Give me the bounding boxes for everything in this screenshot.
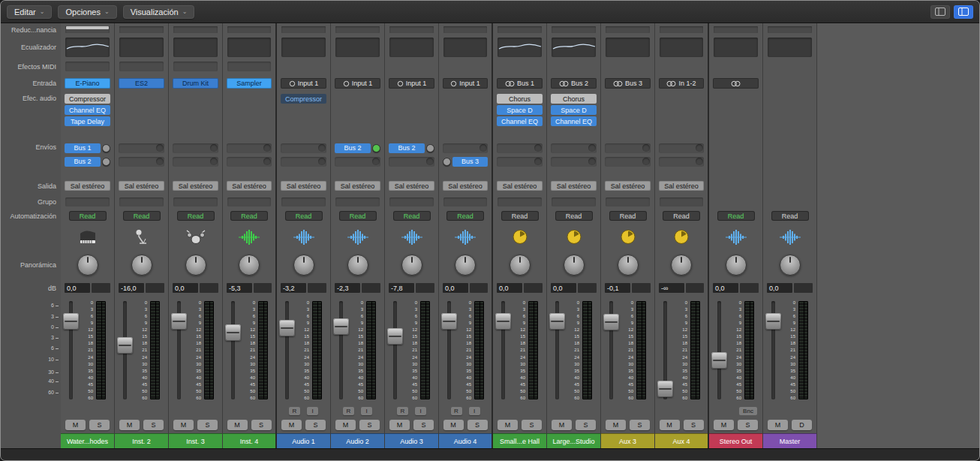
send-slot[interactable] bbox=[551, 157, 597, 167]
channel-name[interactable]: Water...hodes bbox=[61, 433, 114, 448]
aux-icon[interactable] bbox=[547, 224, 600, 250]
send-slot[interactable]: Bus 3 bbox=[452, 157, 488, 167]
send-slot[interactable] bbox=[497, 143, 543, 153]
channel-name[interactable]: Small...e Hall bbox=[493, 433, 546, 448]
midi-fx-slot[interactable] bbox=[173, 62, 218, 71]
solo-button[interactable]: S bbox=[359, 420, 380, 430]
automation-mode-button[interactable]: Read bbox=[393, 211, 431, 221]
audio-fx-slot[interactable]: Compressor bbox=[65, 94, 110, 104]
mute-button[interactable]: M bbox=[335, 420, 356, 430]
output-slot[interactable]: Sal estéreo bbox=[659, 181, 704, 191]
group-slot[interactable] bbox=[606, 197, 650, 206]
pan-knob[interactable] bbox=[780, 255, 801, 276]
pan-knob[interactable] bbox=[131, 255, 152, 276]
send-slot[interactable] bbox=[605, 143, 651, 153]
mute-button[interactable]: M bbox=[65, 420, 86, 430]
output-slot[interactable]: Sal estéreo bbox=[497, 181, 543, 191]
send-slot[interactable] bbox=[227, 157, 272, 167]
eq-display[interactable] bbox=[606, 38, 650, 57]
fader-handle[interactable] bbox=[117, 337, 133, 354]
fader-handle[interactable] bbox=[549, 313, 565, 330]
eq-display[interactable] bbox=[443, 38, 487, 57]
group-slot[interactable] bbox=[498, 197, 542, 206]
wave-blue-icon[interactable] bbox=[439, 224, 492, 250]
channel-name[interactable]: Aux 4 bbox=[655, 433, 708, 448]
pan-knob[interactable] bbox=[239, 255, 260, 276]
channel-name[interactable]: Stereo Out bbox=[709, 433, 762, 448]
volume-value[interactable]: -16,0 bbox=[119, 283, 144, 293]
automation-mode-button[interactable]: Read bbox=[555, 211, 593, 221]
mute-button[interactable]: M bbox=[173, 420, 194, 430]
mute-button[interactable]: M bbox=[498, 420, 518, 430]
solo-button[interactable]: S bbox=[305, 420, 326, 430]
pan-knob[interactable] bbox=[455, 255, 476, 276]
solo-button[interactable]: S bbox=[738, 420, 758, 430]
send-slot[interactable] bbox=[173, 157, 218, 167]
mute-button[interactable]: M bbox=[281, 420, 302, 430]
midi-fx-slot[interactable] bbox=[119, 62, 164, 71]
mute-button[interactable]: M bbox=[552, 420, 572, 430]
send-slot[interactable] bbox=[659, 143, 704, 153]
send-slot[interactable] bbox=[605, 157, 651, 167]
volume-value[interactable]: -7,8 bbox=[389, 283, 414, 293]
eq-display[interactable] bbox=[281, 38, 326, 57]
wave-blue-icon[interactable] bbox=[385, 224, 438, 250]
send-level-knob[interactable] bbox=[426, 144, 434, 152]
audio-fx-slot[interactable]: Compressor bbox=[281, 94, 326, 104]
fader-handle[interactable] bbox=[495, 313, 511, 330]
eq-display[interactable] bbox=[498, 38, 542, 57]
output-slot[interactable]: Sal estéreo bbox=[65, 181, 110, 191]
audio-fx-slot[interactable]: Tape Delay bbox=[65, 116, 110, 126]
automation-mode-button[interactable]: Read bbox=[339, 211, 377, 221]
menu-visualizacion[interactable]: Visualización ⌄ bbox=[123, 5, 195, 19]
output-slot[interactable]: Sal estéreo bbox=[119, 181, 164, 191]
output-slot[interactable]: Sal estéreo bbox=[389, 181, 434, 191]
input-monitor-button[interactable]: I bbox=[415, 407, 426, 415]
automation-mode-button[interactable]: Read bbox=[609, 211, 647, 221]
solo-button[interactable]: S bbox=[467, 420, 488, 430]
mute-button[interactable]: M bbox=[660, 420, 680, 430]
send-slot[interactable] bbox=[281, 143, 326, 153]
group-slot[interactable] bbox=[335, 197, 380, 206]
horizontal-scrollbar-area[interactable] bbox=[1, 448, 979, 460]
channel-name[interactable]: Master bbox=[763, 433, 816, 448]
solo-button[interactable]: S bbox=[522, 420, 542, 430]
automation-mode-button[interactable]: Read bbox=[771, 211, 809, 221]
input-slot[interactable]: Input 1 bbox=[281, 78, 326, 89]
eq-display[interactable] bbox=[714, 38, 758, 57]
eq-display[interactable] bbox=[173, 38, 218, 57]
input-monitor-button[interactable]: I bbox=[469, 407, 480, 415]
wave-green-icon[interactable] bbox=[223, 224, 275, 250]
midi-fx-slot[interactable] bbox=[227, 62, 271, 71]
record-enable-button[interactable]: R bbox=[343, 407, 354, 415]
mute-button[interactable]: M bbox=[606, 420, 626, 430]
pan-knob[interactable] bbox=[185, 255, 206, 276]
send-level-knob[interactable] bbox=[102, 144, 110, 152]
mute-button[interactable]: M bbox=[714, 420, 734, 430]
input-monitor-button[interactable]: I bbox=[361, 407, 372, 415]
output-slot[interactable]: Sal estéreo bbox=[335, 181, 380, 191]
fader-handle[interactable] bbox=[333, 318, 349, 335]
solo-button[interactable]: S bbox=[197, 420, 218, 430]
fader-handle[interactable] bbox=[225, 324, 241, 341]
volume-value[interactable]: -3,2 bbox=[281, 283, 306, 293]
audio-fx-slot[interactable]: Space D bbox=[497, 105, 543, 115]
input-slot[interactable]: Sampler bbox=[227, 78, 272, 89]
solo-button[interactable]: S bbox=[143, 420, 164, 430]
group-slot[interactable] bbox=[660, 197, 703, 206]
wave-blue-icon[interactable] bbox=[331, 224, 384, 250]
channel-name[interactable]: Inst. 4 bbox=[223, 433, 275, 448]
mute-button[interactable]: M bbox=[389, 420, 410, 430]
pan-knob[interactable] bbox=[618, 255, 639, 276]
output-slot[interactable]: Sal estéreo bbox=[173, 181, 218, 191]
send-level-knob[interactable] bbox=[443, 158, 451, 166]
volume-value[interactable]: -∞ bbox=[659, 283, 684, 293]
pan-knob[interactable] bbox=[401, 255, 422, 276]
send-slot[interactable] bbox=[659, 157, 704, 167]
send-slot[interactable] bbox=[119, 143, 164, 153]
input-slot[interactable]: Input 1 bbox=[389, 78, 434, 89]
input-slot[interactable]: E-Piano bbox=[65, 78, 110, 89]
drums-icon[interactable] bbox=[169, 224, 222, 250]
midi-fx-slot[interactable] bbox=[65, 62, 110, 71]
send-slot[interactable] bbox=[551, 143, 597, 153]
